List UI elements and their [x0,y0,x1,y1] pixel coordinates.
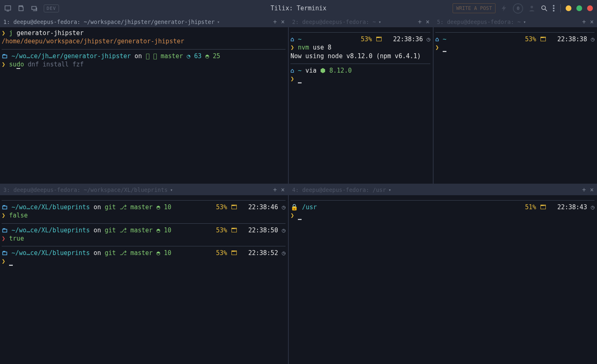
cwd: ~ [443,35,446,43]
on-label: on [94,249,101,257]
titlebar-divider [560,4,561,12]
pane-add-icon[interactable]: + [273,18,277,26]
cursor: _ [9,258,13,266]
write-post-button[interactable]: WRITE A POST [453,3,496,13]
git-branch-icon: ⎇ [120,203,127,211]
prompt-separator [2,223,286,224]
prompt-separator [290,32,430,33]
pane-close-icon[interactable]: × [281,18,285,26]
home-icon: ⌂ [290,67,294,74]
cmd-true: true [9,235,24,242]
git-branch: master [160,52,183,60]
git-stash: 25 [213,52,220,60]
pane-close-icon[interactable]: × [590,18,594,26]
pane2-terminal[interactable]: 53% 🗔 22:38:36 ◷⌂ ~ ❯ nvm use 8 Now usin… [289,27,433,184]
window-close-icon[interactable] [587,5,593,11]
cursor: d [17,61,20,69]
clock: 22:38:52 [248,249,278,257]
avatar-icon[interactable] [528,5,536,12]
clock: 22:38:38 [557,35,587,43]
git-stash: 10 [164,203,171,211]
cmd-false: false [9,212,28,219]
clock: 22:38:43 [557,203,587,211]
git-icon: git [105,249,116,257]
pane-add-icon[interactable]: + [273,186,277,194]
search-icon[interactable] [540,5,548,12]
pane3-tab[interactable]: 3: deepu@deepus-fedora: ~/workspace/XL/b… [0,184,288,195]
clock-icon: ◔ [186,52,190,60]
pane1-tab[interactable]: 1: deepu@deepus-fedora: ~/workspace/jhip… [0,17,288,27]
git-branch: master [130,203,153,211]
lock-icon: 🔒 [290,203,298,211]
pane-add-icon[interactable]: + [582,186,586,194]
clock-icon: ◷ [282,249,286,257]
window-titlebar: DEV Tilix: Terminix WRITE A POST 0 [0,0,597,17]
package-icon: ◓ [156,227,160,234]
chevron-down-icon[interactable]: ▾ [170,187,173,193]
notification-badge-icon[interactable]: 0 [513,3,523,14]
git-branch-icon: ⎇ [153,52,157,60]
cursor: _ [298,212,302,220]
terminal-add-icon[interactable] [4,5,12,12]
git-stash: 10 [164,227,171,234]
battery-pct: 53% [216,227,227,234]
via-label: via [305,67,316,74]
menu-icon[interactable] [553,5,555,12]
battery-pct: 53% [525,35,536,43]
pane-add-icon[interactable]: + [582,18,586,26]
new-tab-icon[interactable] [17,5,25,12]
pane4-tab[interactable]: 4: deepu@deepus-fedora: /usr ▾ + × [289,184,597,195]
cmd-j: j [9,29,13,37]
battery-icon: 🗔 [540,203,546,211]
folder-icon: 🗀 [2,227,8,234]
prompt-separator [2,200,286,201]
pane5-tab[interactable]: 5: deepu@deepus-fedora: ~ ▾ + × [434,17,597,27]
prompt-separator [2,246,286,246]
cursor: _ [298,75,302,83]
clock-icon: ◷ [591,35,595,43]
cwd: ~ [298,35,302,43]
battery-icon: 🗔 [231,227,237,234]
cmd-arg: generator-jhipster [17,29,84,37]
pane-close-icon[interactable]: × [590,186,594,194]
battery-pct: 53% [216,203,227,211]
prompt-separator [290,64,430,64]
home-icon: ⌂ [290,35,294,43]
pane-add-icon[interactable]: + [418,18,422,26]
cmd-nvm: nvm [298,44,309,51]
window-minimize-icon[interactable] [566,5,571,11]
clock-icon: ◷ [591,203,595,211]
cwd: ~/wo…ce/XL/blueprints [12,249,90,257]
sync-icon[interactable] [31,5,38,12]
folder-icon: 🗀 [2,52,8,60]
cmd-args: use 8 [313,44,331,51]
chevron-down-icon[interactable]: ▾ [389,187,392,193]
pane-close-icon[interactable]: × [281,186,285,194]
battery-icon: 🗔 [540,35,546,43]
battery-pct: 53% [361,35,372,43]
on-label: on [94,203,101,211]
window-maximize-icon[interactable] [576,5,582,11]
git-branch-icon: ⎇ [120,227,127,234]
clock-icon: ◷ [427,35,430,43]
battery-pct: 53% [216,249,227,257]
pane2-tab[interactable]: 2: deepu@deepus-fedora: ~ ▾ + × [289,17,433,27]
bolt-icon[interactable] [500,5,508,12]
chevron-down-icon[interactable]: ▾ [217,19,220,25]
cwd: /usr [302,203,317,211]
svg-point-1 [542,6,545,9]
battery-pct: 51% [525,203,536,211]
cwd: ~/wo…ce/XL/blueprints [12,203,90,211]
pane4-tab-title: 4: deepu@deepus-fedora: /usr [292,187,386,193]
pane3-terminal[interactable]: 53% 🗔 22:38:46 ◷🗀 ~/wo…ce/XL/blueprints … [0,195,288,364]
pane5-terminal[interactable]: 53% 🗔 22:38:38 ◷⌂ ~ ❯ _ [434,27,597,184]
chevron-down-icon[interactable]: ▾ [378,19,381,25]
pane1-terminal[interactable]: ❯ j generator-jhipster /home/deepu/works… [0,27,288,184]
pane-close-icon[interactable]: × [426,18,429,26]
chevron-down-icon[interactable]: ▾ [523,19,526,25]
pane4-terminal[interactable]: 51% 🗔 22:38:43 ◷🔒 /usr ❯ _ [289,195,597,364]
git-branch: master [130,249,153,257]
cwd: ~ [298,67,302,74]
node-icon: ⬢ [320,67,326,74]
package-icon: ◓ [156,249,160,257]
